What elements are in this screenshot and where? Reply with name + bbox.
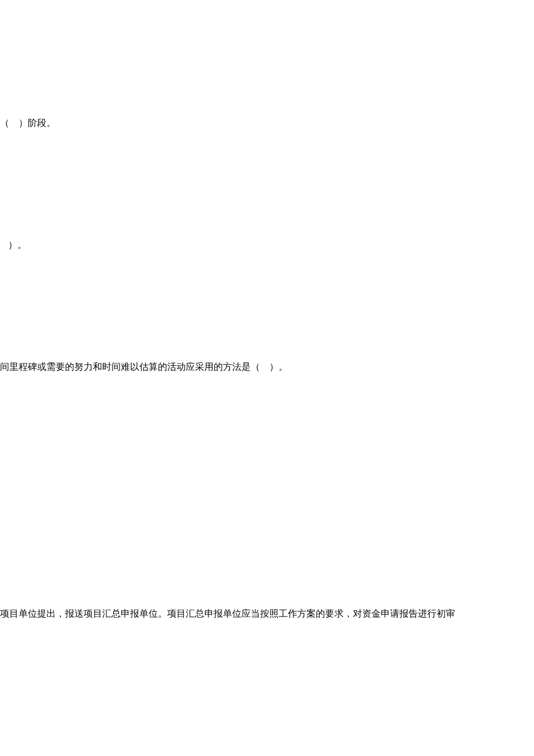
question-fragment-4: 项目单位提出，报送项目汇总申报单位。项目汇总申报单位应当按照工作方案的要求，对资…: [0, 607, 455, 621]
question-fragment-2: ）。: [8, 238, 27, 252]
question-fragment-1: （ ）阶段。: [0, 116, 56, 130]
question-fragment-3: 间里程碑或需要的努力和时间难以估算的活动应采用的方法是（ ）。: [0, 360, 288, 374]
